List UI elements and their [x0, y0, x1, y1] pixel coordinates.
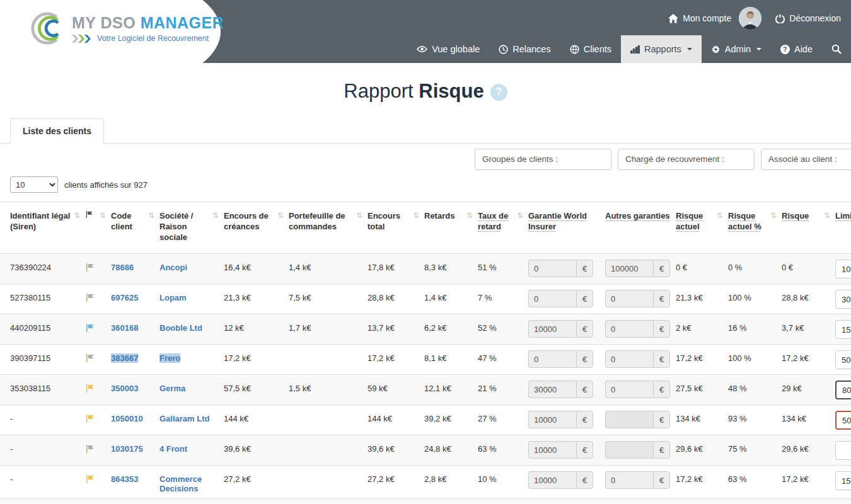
page-size-select[interactable]: 10	[10, 176, 58, 193]
garantie-input[interactable]	[528, 441, 576, 459]
company-name-link[interactable]: Commerce Decisions	[159, 474, 202, 493]
autres-garanties-input[interactable]	[605, 381, 653, 398]
company-name-link[interactable]: Frero	[159, 353, 180, 363]
header-retards[interactable]: Retards	[424, 210, 478, 251]
header-societe[interactable]: Société / Raison sociale	[159, 210, 224, 251]
header-portefeuille[interactable]: Portefeuille de commandes	[289, 210, 368, 251]
header-siren[interactable]: Identifiant légal (Siren)	[10, 210, 85, 251]
filter-charge-de-recouvrement[interactable]: Chargé de recouvrement :	[618, 149, 755, 170]
garantie-input[interactable]	[528, 411, 576, 428]
table-row: 440209115360168Booble Ltd12 k€1,7 k€13,7…	[0, 314, 851, 344]
flag-icon[interactable]	[85, 384, 95, 393]
company-name-link[interactable]: 4 Front	[159, 444, 187, 454]
nav-item-aide[interactable]: ? Aide	[771, 35, 822, 63]
header-risque[interactable]: Risque	[782, 210, 835, 251]
company-name-link[interactable]: Germa	[159, 384, 185, 393]
limite-input[interactable]	[835, 471, 851, 490]
client-code-link[interactable]: 1050010	[111, 414, 143, 423]
client-code-link[interactable]: 383667	[111, 353, 138, 363]
nav-item-vue-globale[interactable]: Vue globale	[407, 35, 489, 63]
tab-liste-des-clients[interactable]: Liste des clients	[10, 118, 104, 144]
autres-garanties-input[interactable]	[605, 320, 653, 338]
sort-icon[interactable]	[717, 210, 723, 221]
sort-icon[interactable]	[277, 210, 284, 221]
limite-input[interactable]	[835, 381, 851, 399]
client-code-link[interactable]: 350003	[111, 384, 138, 393]
help-icon[interactable]: ?	[490, 84, 507, 101]
company-name-link[interactable]: Gallaram Ltd	[159, 414, 209, 423]
limite-input[interactable]	[835, 350, 851, 369]
limite-input[interactable]	[835, 290, 851, 309]
company-name-link[interactable]: Lopam	[159, 293, 187, 302]
company-name-link[interactable]: Ancopi	[159, 263, 187, 272]
flag-icon[interactable]	[85, 293, 95, 302]
nav-item-rapports[interactable]: Rapports	[621, 35, 702, 63]
nav-item-admin[interactable]: Admin	[702, 35, 771, 63]
header-limite[interactable]: Limite	[835, 210, 851, 251]
taux-retard-cell: 10 %	[478, 466, 528, 498]
filter-associe-au-client[interactable]: Associé au client :	[761, 149, 851, 170]
avatar[interactable]	[739, 7, 761, 30]
euro-addon: €	[653, 411, 670, 428]
limite-input[interactable]	[835, 260, 851, 278]
autres-garanties-input[interactable]	[605, 471, 653, 489]
sort-icon[interactable]	[466, 210, 473, 221]
header-risque-actuel[interactable]: Risque actuel	[676, 210, 728, 251]
nav-item-clients[interactable]: Clients	[560, 35, 621, 63]
header-encours-total[interactable]: Encours total	[368, 210, 424, 251]
home-icon	[668, 14, 678, 23]
filter-groupes-de-clients[interactable]: Groupes de clients :	[475, 149, 611, 170]
header-encours-creances[interactable]: Encours de créances	[224, 210, 289, 251]
encours-total-cell: 17,2 k€	[368, 345, 424, 374]
sort-icon[interactable]	[100, 210, 106, 221]
filters-row: Groupes de clients : Chargé de recouvrem…	[0, 149, 851, 170]
header-code-client[interactable]: Code client	[111, 210, 159, 251]
client-code-link[interactable]: 78686	[111, 263, 134, 272]
flag-icon[interactable]	[85, 474, 95, 484]
account-menu[interactable]: Mon compte	[668, 13, 731, 23]
garantie-input[interactable]	[528, 320, 576, 338]
client-code-link[interactable]: 864353	[111, 474, 138, 484]
sort-icon[interactable]	[148, 210, 154, 221]
garantie-cell: €	[528, 499, 605, 504]
sort-icon[interactable]	[517, 210, 523, 221]
sort-icon[interactable]	[413, 210, 419, 221]
header-taux-de-retard[interactable]: Taux de retard	[478, 210, 528, 251]
sort-icon[interactable]	[212, 210, 219, 221]
autres-garanties-input[interactable]	[605, 411, 653, 428]
garantie-input[interactable]	[528, 290, 576, 307]
flag-icon[interactable]	[85, 323, 95, 333]
autres-garanties-input[interactable]	[605, 350, 653, 368]
autres-garanties-input[interactable]	[605, 441, 653, 459]
client-code-link[interactable]: 1030175	[111, 444, 143, 454]
company-name-link[interactable]: Booble Ltd	[159, 323, 202, 333]
euro-addon: €	[653, 320, 670, 338]
logout-button[interactable]: Déconnexion	[775, 13, 841, 23]
limite-input[interactable]	[835, 411, 851, 430]
header-flag[interactable]	[85, 210, 111, 251]
nav-item-relances[interactable]: Relances	[489, 35, 560, 63]
client-code-link[interactable]: 360168	[111, 323, 138, 333]
flag-icon[interactable]	[85, 414, 95, 423]
sort-icon[interactable]	[74, 210, 80, 221]
garantie-input[interactable]	[528, 471, 576, 489]
garantie-input[interactable]	[528, 381, 576, 398]
nav-item-search[interactable]	[822, 35, 851, 63]
header-encours-creances-label: Encours de créances	[224, 210, 275, 232]
flag-icon[interactable]	[85, 353, 95, 363]
limite-input[interactable]	[835, 441, 851, 460]
flag-icon[interactable]	[85, 444, 95, 454]
header-risque-actuel-pct[interactable]: Risque actuel %	[728, 210, 782, 251]
encours-total-cell: 27,2 k€	[368, 466, 424, 498]
autres-garanties-input[interactable]	[605, 290, 653, 307]
autres-garanties-input[interactable]	[605, 260, 653, 277]
garantie-input[interactable]	[528, 350, 576, 368]
sort-icon[interactable]	[824, 210, 830, 221]
flag-icon[interactable]	[85, 263, 95, 272]
client-code-link[interactable]: 697625	[111, 293, 138, 302]
limite-input[interactable]	[835, 320, 851, 339]
brand-logo[interactable]: MY DSO MANAGER Votre Logiciel de Recouvr…	[29, 10, 224, 47]
garantie-input[interactable]	[528, 260, 576, 277]
sort-icon[interactable]	[356, 210, 362, 221]
sort-icon[interactable]	[770, 210, 777, 221]
